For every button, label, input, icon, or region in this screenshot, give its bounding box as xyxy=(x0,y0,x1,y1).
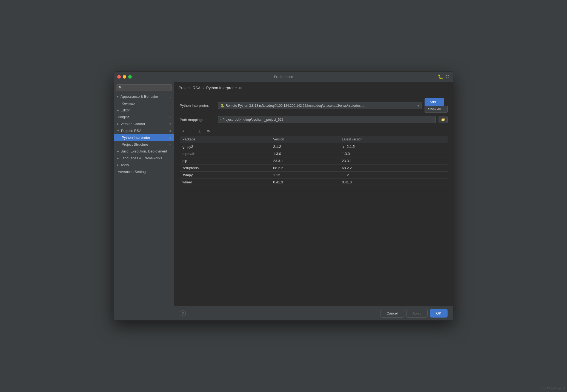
ok-button[interactable]: OK xyxy=(430,309,448,318)
minimize-button[interactable] xyxy=(123,75,126,79)
main-panel: Project: RSA › Python Interpreter ⊞ ← → … xyxy=(174,82,453,320)
sidebar-item-label: Project: RSA xyxy=(121,129,141,133)
up-button[interactable]: ▲ xyxy=(195,128,204,135)
table-row[interactable]: pip23.3.123.3.1 xyxy=(180,157,448,165)
package-name-cell: gmpy2 xyxy=(180,143,270,150)
sidebar-item-label: Appearance & Behavior xyxy=(121,94,158,99)
apply-button[interactable]: Apply xyxy=(406,309,428,318)
interpreter-select[interactable]: 🐍 Remote Python 3.8.18 (sftp://deq@100.1… xyxy=(218,102,422,109)
version-cell: 2.1.2 xyxy=(270,143,339,150)
latest-version-cell: ▲ 2.1.5 xyxy=(339,143,448,150)
close-button[interactable] xyxy=(117,75,121,79)
search-icon: 🔍 xyxy=(118,86,122,90)
add-interpreter-button[interactable]: Add… xyxy=(425,98,444,106)
table-row[interactable]: gmpy22.1.2▲ 2.1.5 xyxy=(180,143,448,150)
col-header-version: Version xyxy=(270,136,339,143)
sidebar-item-label: Plugins xyxy=(118,115,130,119)
version-cell: 0.41.3 xyxy=(270,179,339,186)
table-toolbar: + − ▲ 👁 xyxy=(180,128,448,136)
version-cell: 68.2.2 xyxy=(270,165,339,172)
sidebar-item-version-control[interactable]: ▶ Version Control ≡ xyxy=(114,120,174,127)
sidebar-item-project-structure[interactable]: Project Structure ≡ xyxy=(114,141,174,148)
sidebar-item-label: Advanced Settings xyxy=(118,170,147,174)
sidebar-badge: ≡ xyxy=(170,136,171,139)
back-button[interactable]: ← xyxy=(433,85,440,91)
bug-icon: 🐛 xyxy=(438,74,443,79)
sidebar-item-label: Version Control xyxy=(121,122,145,126)
breadcrumb-separator: › xyxy=(203,86,204,90)
sidebar-item-editor[interactable]: ▶ Editor xyxy=(114,107,174,114)
interpreter-label: Python Interpreter: xyxy=(180,103,215,108)
help-button[interactable]: ? xyxy=(180,310,186,316)
sidebar: 🔍 ▶ Appearance & Behavior ≡ Keymap ▶ Edi… xyxy=(114,82,174,320)
package-name-cell: sympy xyxy=(180,172,270,179)
sidebar-badge: ≡ xyxy=(170,143,171,146)
main-body: Python Interpreter: 🐍 Remote Python 3.8.… xyxy=(174,94,453,306)
version-cell: 1.12 xyxy=(270,172,339,179)
sidebar-item-label: Tools xyxy=(121,163,129,167)
dialog-title: Preferences xyxy=(274,75,293,79)
breadcrumb-parent: Project: RSA xyxy=(179,86,201,90)
footer: ? Cancel Apply OK xyxy=(174,306,453,320)
col-header-latest: Latest version xyxy=(339,136,448,143)
maximize-button[interactable] xyxy=(128,75,132,79)
search-box[interactable]: 🔍 xyxy=(116,84,172,91)
window-controls xyxy=(117,75,132,79)
table-row[interactable]: mpmath1.3.01.3.0 xyxy=(180,150,448,157)
remove-package-button[interactable]: − xyxy=(187,128,194,135)
add-button-group: Add… Show All… xyxy=(425,98,448,113)
sidebar-item-project-rsa[interactable]: ▼ Project: RSA ≡ xyxy=(114,127,174,134)
path-mappings-input[interactable] xyxy=(218,116,436,123)
title-bar-icons: 🐛 🛡 xyxy=(438,74,450,79)
latest-version-cell: 0.41.3 xyxy=(339,179,448,186)
interpreter-row: Python Interpreter: 🐍 Remote Python 3.8.… xyxy=(180,98,448,113)
cancel-button[interactable]: Cancel xyxy=(380,309,404,318)
col-header-package: Package xyxy=(180,136,270,143)
add-package-button[interactable]: + xyxy=(180,128,187,135)
package-name-cell: pip xyxy=(180,157,270,165)
sidebar-badge: ≡ xyxy=(170,116,171,119)
forward-button[interactable]: → xyxy=(442,85,449,91)
breadcrumb: Project: RSA › Python Interpreter ⊞ xyxy=(179,86,242,90)
package-name-cell: setuptools xyxy=(180,165,270,172)
sidebar-item-languages-frameworks[interactable]: ▶ Languages & Frameworks xyxy=(114,155,174,162)
table-row[interactable]: wheel0.41.30.41.3 xyxy=(180,179,448,186)
browse-folder-button[interactable]: 📁 xyxy=(439,116,448,123)
package-name-cell: wheel xyxy=(180,179,270,186)
latest-version-cell: 1.12 xyxy=(339,172,448,179)
shield-icon: 🛡 xyxy=(445,74,450,79)
sidebar-item-python-interpreter[interactable]: Python Interpreter ≡ xyxy=(114,134,174,141)
packages-table: Package Version Latest version gmpy22.1.… xyxy=(180,136,448,186)
interpreter-select-wrapper: 🐍 Remote Python 3.8.18 (sftp://deq@100.1… xyxy=(218,102,422,109)
expand-arrow-icon: ▶ xyxy=(117,163,119,166)
sidebar-item-label: Project Structure xyxy=(122,142,148,146)
sidebar-item-label: Build, Execution, Deployment xyxy=(121,149,167,153)
expand-arrow-icon: ▼ xyxy=(117,129,119,132)
table-row[interactable]: sympy1.121.12 xyxy=(180,172,448,179)
upgrade-arrow-icon: ▲ xyxy=(342,145,346,148)
sidebar-item-tools[interactable]: ▶ Tools xyxy=(114,162,174,168)
sidebar-item-plugins[interactable]: Plugins ≡ xyxy=(114,114,174,120)
sidebar-item-build-execution[interactable]: ▶ Build, Execution, Deployment xyxy=(114,148,174,155)
package-name-cell: mpmath xyxy=(180,150,270,157)
sidebar-item-advanced-settings[interactable]: Advanced Settings xyxy=(114,168,174,175)
expand-arrow-icon: ▶ xyxy=(117,150,119,153)
search-input[interactable] xyxy=(124,86,170,90)
table-row[interactable]: setuptools68.2.268.2.2 xyxy=(180,165,448,172)
expand-arrow-icon: ▶ xyxy=(117,109,119,112)
sidebar-item-label: Languages & Frameworks xyxy=(121,156,162,160)
sidebar-item-keymap[interactable]: Keymap xyxy=(114,100,174,107)
sidebar-item-label: Editor xyxy=(121,108,130,112)
expand-arrow-icon: ▶ xyxy=(117,122,119,125)
latest-version-cell: 1.3.0 xyxy=(339,150,448,157)
main-header: Project: RSA › Python Interpreter ⊞ ← → xyxy=(174,82,453,94)
sidebar-badge: ≡ xyxy=(170,129,171,132)
show-all-button[interactable]: Show All… xyxy=(425,106,448,113)
path-mappings-label: Path mappings: xyxy=(180,118,215,122)
content-area: 🔍 ▶ Appearance & Behavior ≡ Keymap ▶ Edi… xyxy=(114,82,453,320)
settings-icon: ⊞ xyxy=(239,86,242,90)
eye-button[interactable]: 👁 xyxy=(204,128,213,135)
sidebar-item-appearance[interactable]: ▶ Appearance & Behavior ≡ xyxy=(114,93,174,100)
path-mappings-row: Path mappings: 📁 xyxy=(180,116,448,123)
latest-version-cell: 23.3.1 xyxy=(339,157,448,165)
